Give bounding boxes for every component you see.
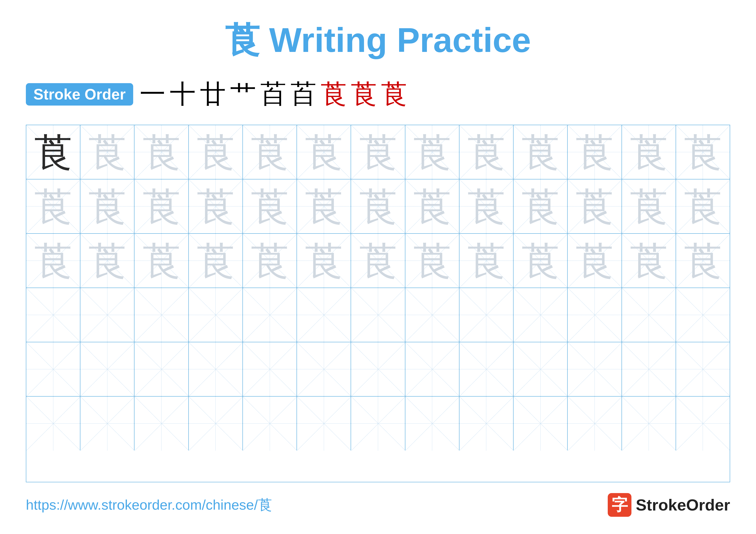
grid-cell[interactable]: 莨: [622, 234, 676, 288]
grid-cell[interactable]: 莨: [676, 234, 730, 288]
grid-cell[interactable]: [676, 396, 730, 450]
grid-cell[interactable]: 莨: [80, 125, 134, 179]
grid-cell[interactable]: [676, 288, 730, 342]
grid-cell[interactable]: [405, 342, 459, 396]
grid-cell[interactable]: 莨: [243, 234, 297, 288]
grid-cell[interactable]: [622, 396, 676, 450]
grid-row: 莨 莨 莨 莨 莨 莨 莨 莨 莨 莨 莨 莨 莨: [26, 234, 730, 288]
grid-cell[interactable]: 莨: [622, 125, 676, 179]
grid-cell[interactable]: [351, 342, 405, 396]
practice-char: 莨: [197, 242, 234, 280]
practice-char: 莨: [197, 188, 234, 225]
grid-cell[interactable]: [26, 396, 80, 450]
grid-cell[interactable]: [297, 396, 351, 450]
grid-cell[interactable]: 莨: [26, 234, 80, 288]
grid-cell[interactable]: [134, 396, 189, 450]
grid-cell[interactable]: 莨: [297, 125, 351, 179]
grid-cell[interactable]: 莨: [568, 125, 622, 179]
stroke-6: 苩: [290, 77, 316, 112]
grid-cell[interactable]: 莨: [676, 125, 730, 179]
grid-cell[interactable]: [514, 342, 568, 396]
grid-cell[interactable]: [26, 342, 80, 396]
practice-char: 莨: [576, 242, 613, 280]
grid-cell[interactable]: 莨: [351, 179, 405, 233]
practice-char: 莨: [251, 188, 288, 225]
grid-cell[interactable]: 莨: [459, 125, 514, 179]
grid-cell[interactable]: [134, 342, 189, 396]
grid-cell[interactable]: 莨: [189, 125, 243, 179]
grid-cell[interactable]: 莨: [351, 234, 405, 288]
grid-cell[interactable]: [459, 396, 514, 450]
grid-cell[interactable]: [459, 342, 514, 396]
grid-cell[interactable]: [568, 342, 622, 396]
grid-cell[interactable]: 莨: [297, 234, 351, 288]
footer-url[interactable]: https://www.strokeorder.com/chinese/莨: [26, 496, 272, 514]
grid-cell[interactable]: 莨: [297, 179, 351, 233]
grid-cell[interactable]: [80, 396, 134, 450]
grid-cell[interactable]: [297, 288, 351, 342]
grid-cell[interactable]: [405, 396, 459, 450]
grid-cell[interactable]: [243, 342, 297, 396]
grid-cell[interactable]: 莨: [405, 125, 459, 179]
grid-cell[interactable]: 莨: [243, 125, 297, 179]
grid-cell[interactable]: [676, 342, 730, 396]
practice-char: 莨: [359, 242, 397, 280]
practice-char: 莨: [468, 188, 505, 225]
grid-cell[interactable]: 莨: [568, 179, 622, 233]
grid-cell[interactable]: [622, 342, 676, 396]
grid-cell[interactable]: [514, 396, 568, 450]
grid-cell[interactable]: 莨: [568, 234, 622, 288]
grid-cell[interactable]: 莨: [134, 179, 189, 233]
grid-cell[interactable]: [351, 288, 405, 342]
grid-cell[interactable]: 莨: [134, 125, 189, 179]
grid-cell[interactable]: [189, 396, 243, 450]
grid-cell[interactable]: [80, 342, 134, 396]
grid-cell[interactable]: 莨: [80, 234, 134, 288]
grid-cell[interactable]: [405, 288, 459, 342]
grid-cell[interactable]: 莨: [189, 234, 243, 288]
grid-cell[interactable]: [243, 396, 297, 450]
grid-cell[interactable]: [351, 396, 405, 450]
grid-cell[interactable]: [514, 288, 568, 342]
grid-cell[interactable]: 莨: [676, 179, 730, 233]
practice-char: 莨: [34, 188, 72, 225]
grid-cell[interactable]: [134, 288, 189, 342]
grid-cell[interactable]: 莨: [134, 234, 189, 288]
logo-text: StrokeOrder: [636, 496, 730, 514]
grid-cell[interactable]: 莨: [243, 179, 297, 233]
practice-char: 莨: [34, 242, 72, 280]
practice-char: 莨: [630, 242, 668, 280]
grid-cell[interactable]: 莨: [514, 125, 568, 179]
grid-cell[interactable]: [568, 288, 622, 342]
grid-cell[interactable]: [189, 342, 243, 396]
practice-char: 莨: [630, 188, 668, 225]
grid-cell[interactable]: 莨: [26, 125, 80, 179]
grid-cell[interactable]: 莨: [622, 179, 676, 233]
grid-cell[interactable]: 莨: [514, 179, 568, 233]
practice-char: 莨: [251, 242, 288, 280]
practice-char: 莨: [88, 188, 126, 225]
grid-cell[interactable]: [297, 342, 351, 396]
grid-row: [26, 396, 730, 450]
practice-char: 莨: [468, 242, 505, 280]
grid-row: [26, 342, 730, 396]
grid-cell[interactable]: [459, 288, 514, 342]
grid-cell[interactable]: 莨: [514, 234, 568, 288]
grid-cell[interactable]: [26, 288, 80, 342]
grid-cell[interactable]: [80, 288, 134, 342]
grid-cell[interactable]: [189, 288, 243, 342]
practice-char: 莨: [413, 133, 451, 171]
practice-char: 莨: [684, 133, 722, 171]
grid-cell[interactable]: 莨: [80, 179, 134, 233]
practice-char: 莨: [305, 133, 343, 171]
grid-cell[interactable]: 莨: [189, 179, 243, 233]
grid-cell[interactable]: 莨: [405, 234, 459, 288]
grid-cell[interactable]: 莨: [405, 179, 459, 233]
grid-cell[interactable]: 莨: [351, 125, 405, 179]
grid-cell[interactable]: 莨: [459, 234, 514, 288]
grid-cell[interactable]: [568, 396, 622, 450]
grid-cell[interactable]: [622, 288, 676, 342]
grid-cell[interactable]: 莨: [459, 179, 514, 233]
grid-cell[interactable]: 莨: [26, 179, 80, 233]
grid-cell[interactable]: [243, 288, 297, 342]
